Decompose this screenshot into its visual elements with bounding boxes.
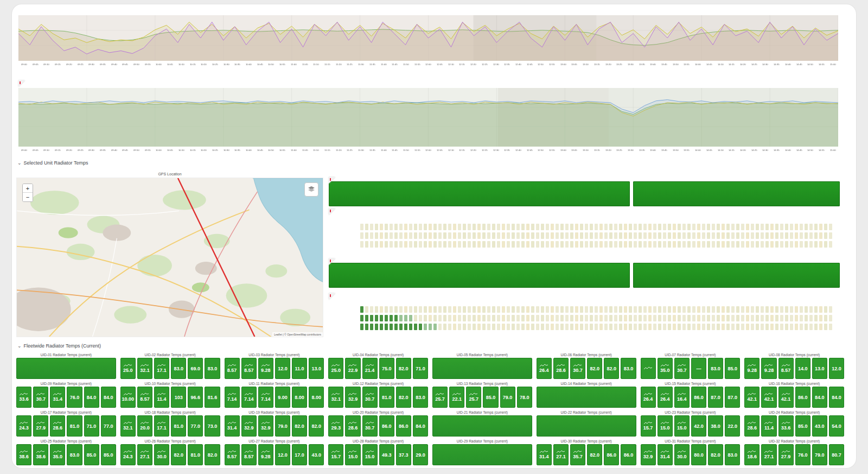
stat-panel[interactable]: UID-30 Radiator Temps (current)31.427.13… bbox=[537, 438, 636, 465]
stat-panel[interactable]: UID-14 Radiator Temps (current) bbox=[537, 381, 636, 408]
hist-cell bbox=[424, 232, 427, 239]
stat-panel[interactable]: UID-26 Radiator Temps (current)24.327.13… bbox=[120, 438, 220, 465]
stat-box: 29.3 bbox=[328, 415, 343, 437]
stat-panel[interactable]: UID-24 Radiator Temps (current)28.611.43… bbox=[744, 409, 844, 437]
stat-panel[interactable]: UID-07 Radiator Temps (current)35.030.7—… bbox=[641, 352, 741, 379]
stat-panel[interactable]: UID-02 Radiator Temps (current)25.032.11… bbox=[120, 352, 220, 379]
hist-cell bbox=[751, 324, 754, 330]
stat-panel[interactable]: UID-01 Radiator Temps (current) bbox=[16, 352, 116, 379]
row-header-fleetwide[interactable]: ⌄ Fleetwide Radiator Temps (Current) bbox=[17, 343, 101, 349]
x-tick-label: 11:05 bbox=[301, 149, 309, 151]
stat-panel[interactable]: UID-06 Radiator Temps (current)26.428.63… bbox=[537, 352, 636, 379]
hist-cell bbox=[575, 315, 578, 321]
x-tick-label: 12:05 bbox=[436, 64, 444, 66]
hist-cell bbox=[507, 315, 510, 321]
x-tick-label: 13:40 bbox=[649, 64, 657, 66]
stat-panel[interactable]: UID-18 Radiator Temps (current)32.120.01… bbox=[120, 409, 220, 437]
hist-cell bbox=[458, 241, 461, 248]
hist-cell bbox=[824, 224, 827, 230]
status-history-panel-1[interactable] bbox=[329, 208, 839, 258]
stat-panel[interactable]: UID-20 Radiator Temps (current)29.328.63… bbox=[328, 409, 428, 437]
stat-panel[interactable]: UID-19 Radiator Temps (current)31.432.93… bbox=[225, 409, 324, 437]
x-tick-label: 14:25 bbox=[750, 64, 758, 66]
stat-panel[interactable]: UID-12 Radiator Temps (current)32.132.93… bbox=[328, 381, 428, 408]
map-layers-button[interactable] bbox=[304, 182, 318, 197]
bar-gauge-panel-1[interactable] bbox=[329, 177, 839, 207]
hist-cell bbox=[526, 324, 529, 330]
stat-solid-block bbox=[432, 358, 532, 379]
hist-cell bbox=[370, 232, 373, 239]
hist-cell bbox=[487, 224, 490, 230]
sparkline-icon bbox=[540, 450, 548, 453]
stat-value: 12.0 bbox=[278, 452, 288, 458]
map-canvas[interactable]: + − Leaflet | © OpenStreetMap contributo… bbox=[16, 178, 323, 337]
stat-panel[interactable]: UID-25 Radiator Temps (current)38.638.63… bbox=[16, 438, 116, 465]
stat-panel[interactable]: UID-10 Radiator Temps (current)10.008.57… bbox=[120, 381, 220, 408]
sparkline-icon bbox=[436, 393, 444, 396]
stat-panel-body: 24.327.130.082.081.082.0 bbox=[120, 444, 220, 465]
hist-cell bbox=[590, 306, 593, 313]
hist-cell bbox=[726, 324, 730, 330]
hist-cell bbox=[595, 241, 598, 248]
bar-gauge-panel-2[interactable] bbox=[329, 258, 839, 289]
stat-panel[interactable]: UID-21 Radiator Temps (current) bbox=[432, 409, 532, 437]
hist-cell bbox=[746, 224, 749, 230]
hist-cell bbox=[414, 232, 417, 239]
stat-box: 8.57 bbox=[137, 387, 152, 408]
x-tick-label: 12:00 bbox=[424, 149, 432, 151]
stat-box: 77.0 bbox=[101, 415, 116, 437]
stat-panel[interactable]: UID-09 Radiator Temps (current)33.630.73… bbox=[16, 381, 116, 408]
hist-cell bbox=[800, 315, 803, 321]
stat-panel[interactable]: UID-17 Radiator Temps (current)24.327.92… bbox=[16, 409, 116, 437]
timeseries-panel-bottom[interactable]: 09:0009:0509:1009:1509:2009:2509:3009:35… bbox=[18, 80, 838, 154]
hist-cell bbox=[609, 224, 612, 230]
stat-panel[interactable]: UID-31 Radiator Temps (current)32.931.43… bbox=[641, 438, 741, 465]
stat-panel[interactable]: UID-04 Radiator Temps (current)25.022.92… bbox=[328, 352, 428, 379]
stat-panel[interactable]: UID-27 Radiator Temps (current)8.578.579… bbox=[225, 438, 324, 465]
stat-panel[interactable]: UID-28 Radiator Temps (current)15.715.01… bbox=[328, 438, 428, 465]
status-history-panel-2[interactable] bbox=[329, 293, 839, 339]
x-tick-label: 12:10 bbox=[447, 149, 455, 151]
hist-cell bbox=[477, 324, 481, 330]
stat-value: 85.0 bbox=[727, 366, 737, 371]
stat-value: 82.0 bbox=[311, 424, 321, 429]
zoom-in-button[interactable]: + bbox=[23, 184, 33, 193]
stat-panel[interactable]: UID-15 Radiator Temps (current)26.426.41… bbox=[641, 381, 741, 408]
hist-cell bbox=[570, 324, 573, 330]
sparkline-icon bbox=[782, 421, 790, 425]
row-header-selected-unit[interactable]: ⌄ Selected Unit Radiator Temps bbox=[17, 160, 88, 166]
hist-cell bbox=[595, 324, 598, 330]
hist-cell bbox=[775, 232, 778, 239]
sparkline-icon bbox=[20, 450, 28, 453]
x-tick-label: 12:30 bbox=[492, 149, 500, 151]
stat-box: 82.0 bbox=[205, 444, 220, 465]
x-tick-label: 09:30 bbox=[87, 64, 95, 66]
stat-box: 8.57 bbox=[241, 358, 257, 379]
hist-cell bbox=[805, 232, 808, 239]
stat-box: 81.0 bbox=[171, 415, 186, 437]
stat-panel[interactable]: UID-11 Radiator Temps (current)7.147.147… bbox=[225, 381, 324, 408]
stat-panel[interactable]: UID-23 Radiator Temps (current)15.715.01… bbox=[641, 409, 741, 437]
stat-box: 12.0 bbox=[275, 358, 290, 379]
stat-panel[interactable]: UID-13 Radiator Temps (current)25.722.12… bbox=[432, 381, 532, 408]
stat-box: 26.4 bbox=[537, 358, 552, 379]
gps-location-panel[interactable]: GPS Location bbox=[16, 170, 323, 336]
stat-panel[interactable]: UID-32 Radiator Temps (current)18.627.12… bbox=[744, 438, 844, 465]
hist-cell bbox=[805, 224, 808, 230]
stat-panel[interactable]: UID-05 Radiator Temps (current) bbox=[432, 352, 532, 379]
stat-panel[interactable]: UID-16 Radiator Temps (current)42.142.14… bbox=[744, 381, 844, 408]
stat-panel[interactable]: UID-08 Radiator Temps (current)9.289.288… bbox=[744, 352, 844, 379]
hist-cell bbox=[780, 306, 783, 313]
stat-panel[interactable]: UID-03 Radiator Temps (current)8.578.579… bbox=[225, 352, 324, 379]
chart-plot bbox=[18, 15, 838, 61]
stat-panel[interactable]: UID-22 Radiator Temps (current) bbox=[537, 409, 636, 437]
zoom-out-button[interactable]: − bbox=[23, 193, 33, 201]
stat-box: 32.9 bbox=[641, 444, 656, 465]
hist-cell bbox=[468, 224, 471, 230]
stat-panel[interactable]: UID-29 Radiator Temps (current) bbox=[432, 438, 532, 465]
hist-cell bbox=[663, 232, 666, 239]
x-tick-label: 10:25 bbox=[211, 64, 219, 66]
hist-cell bbox=[365, 232, 368, 239]
sparkline-icon bbox=[782, 364, 790, 367]
timeseries-panel-top[interactable]: 09:0009:0509:1009:1509:2009:2509:3009:35… bbox=[18, 15, 838, 68]
